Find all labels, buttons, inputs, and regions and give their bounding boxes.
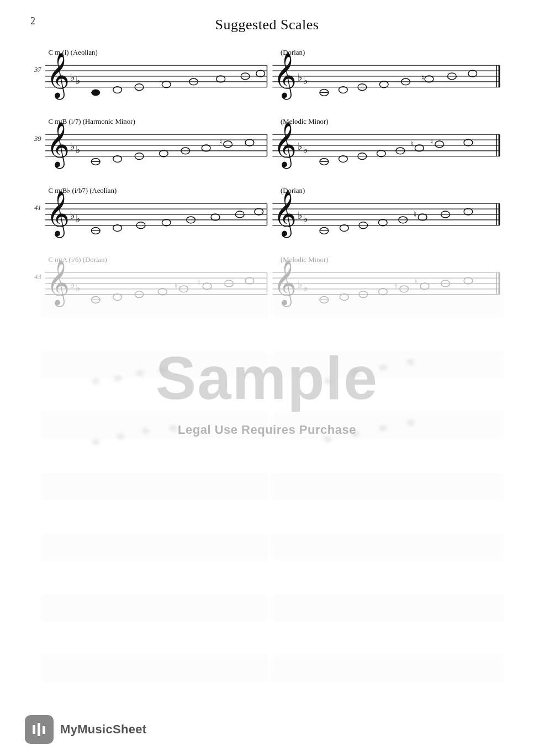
svg-text:𝄞: 𝄞 <box>46 191 70 238</box>
svg-point-241 <box>136 370 144 376</box>
svg-point-79 <box>435 141 444 148</box>
svg-point-253 <box>379 426 387 431</box>
svg-point-242 <box>158 368 166 373</box>
svg-text:♭: ♭ <box>76 75 80 86</box>
svg-rect-256 <box>38 723 40 736</box>
svg-text:𝄞: 𝄞 <box>273 191 297 238</box>
svg-text:♭: ♭ <box>298 72 302 83</box>
svg-point-35 <box>425 76 433 82</box>
svg-text:𝄞: 𝄞 <box>273 122 297 169</box>
svg-point-247 <box>92 439 100 445</box>
svg-text:♭: ♭ <box>303 75 308 86</box>
svg-point-18 <box>113 87 122 93</box>
svg-text:𝄞: 𝄞 <box>46 53 70 100</box>
svg-point-250 <box>170 426 177 431</box>
svg-point-116 <box>378 219 387 226</box>
svg-point-239 <box>92 379 100 384</box>
svg-point-65 <box>224 141 232 148</box>
svg-text:♭: ♭ <box>303 213 308 224</box>
svg-point-63 <box>202 145 210 151</box>
svg-point-248 <box>117 434 125 439</box>
svg-point-119 <box>418 214 427 221</box>
svg-text:♭: ♭ <box>76 144 80 155</box>
svg-point-254 <box>407 420 415 426</box>
svg-point-114 <box>340 225 348 232</box>
svg-text:♭: ♭ <box>70 72 75 83</box>
brand-logo-icon <box>25 715 54 744</box>
staff-row-3: 41 C m/B♭ (i/b7) (Aeolian) (Dorian) 𝄞 ♭ … <box>33 181 501 245</box>
svg-text:♭: ♭ <box>298 141 302 152</box>
svg-text:♮: ♮ <box>430 137 433 146</box>
svg-text:𝄞: 𝄞 <box>273 53 297 100</box>
svg-point-108 <box>255 208 263 215</box>
svg-text:♮: ♮ <box>414 210 416 219</box>
svg-point-30 <box>339 87 348 93</box>
svg-point-243 <box>324 379 332 384</box>
svg-point-72 <box>339 156 348 162</box>
svg-point-121 <box>464 208 473 215</box>
svg-text:37: 37 <box>34 66 41 74</box>
svg-point-102 <box>113 225 122 232</box>
footer-brand: MyMusicSheet <box>25 715 146 744</box>
brand-name-text: MyMusicSheet <box>60 722 146 737</box>
svg-point-252 <box>352 431 359 437</box>
svg-point-24 <box>256 70 265 77</box>
svg-text:39: 39 <box>34 135 41 143</box>
svg-point-61 <box>159 150 168 157</box>
svg-point-59 <box>113 156 122 162</box>
svg-point-240 <box>114 376 122 381</box>
svg-point-20 <box>162 81 171 88</box>
svg-point-104 <box>162 219 171 226</box>
svg-text:♮: ♮ <box>411 140 414 149</box>
svg-point-246 <box>407 359 415 365</box>
svg-point-251 <box>324 437 332 442</box>
svg-rect-255 <box>33 725 35 734</box>
svg-point-244 <box>352 370 359 376</box>
svg-text:♮: ♮ <box>219 137 222 146</box>
svg-point-106 <box>211 214 220 221</box>
svg-point-80 <box>464 139 473 146</box>
svg-point-22 <box>216 76 225 82</box>
page-number: 2 <box>30 15 35 27</box>
staff-row-1: 37 C m (i) (Aeolian) (Dorian) <box>33 43 501 107</box>
svg-point-66 <box>245 139 254 146</box>
svg-text:♭: ♭ <box>70 141 75 152</box>
staff-row-2: 39 C m/B (i/7) (Harmonic Minor) (Melodic… <box>33 112 501 176</box>
page: 2 Suggested Scales 37 C m (i) (Aeolian) … <box>0 0 534 756</box>
svg-text:♭: ♭ <box>298 210 302 221</box>
svg-point-77 <box>415 145 424 151</box>
svg-text:♭: ♭ <box>70 210 75 221</box>
svg-rect-257 <box>43 726 45 734</box>
blurred-content-section <box>0 271 534 724</box>
page-title: Suggested Scales <box>33 17 501 33</box>
svg-point-74 <box>377 150 385 157</box>
svg-text:♮: ♮ <box>421 74 424 82</box>
svg-point-32 <box>379 81 388 88</box>
svg-point-245 <box>379 365 387 370</box>
svg-text:♭: ♭ <box>76 213 80 224</box>
svg-point-37 <box>468 70 477 77</box>
svg-text:♭: ♭ <box>303 144 308 155</box>
svg-text:41: 41 <box>34 204 41 212</box>
svg-text:𝄞: 𝄞 <box>46 122 70 169</box>
svg-point-249 <box>142 428 150 434</box>
